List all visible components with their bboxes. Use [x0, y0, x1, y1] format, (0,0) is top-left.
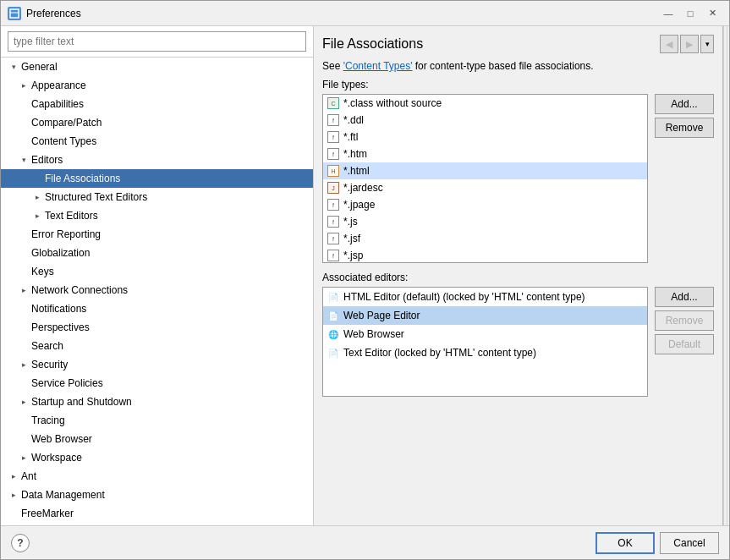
default-editor-button[interactable]: Default	[655, 334, 714, 354]
tree-arrow-general[interactable]	[8, 61, 19, 73]
file-type-item[interactable]: f*.jsf	[323, 230, 647, 247]
file-types-buttons: Add... Remove	[655, 94, 714, 263]
file-type-label: *.htm	[343, 148, 367, 160]
maximize-button[interactable]: □	[680, 5, 700, 22]
editor-item[interactable]: 🌐Web Browser	[323, 325, 647, 343]
bottom-bar: ? OK Cancel	[1, 525, 729, 559]
tree-item-web-browser[interactable]: Web Browser	[1, 430, 313, 448]
tree-label-globalization: Globalization	[31, 247, 90, 259]
nav-back-button[interactable]: ◀	[660, 35, 678, 53]
tree-item-workspace[interactable]: Workspace	[1, 448, 313, 467]
tree-item-data-management[interactable]: Data Management	[1, 486, 313, 504]
tree-item-general[interactable]: General	[1, 58, 313, 76]
editor-item[interactable]: 📄Web Page Editor	[323, 306, 647, 325]
tree-item-network-connections[interactable]: Network Connections	[1, 281, 313, 299]
file-type-item[interactable]: f*.ddl	[323, 112, 647, 129]
file-type-item[interactable]: f*.ftl	[323, 129, 647, 145]
tree-item-ant[interactable]: Ant	[1, 467, 313, 486]
file-type-icon: f	[327, 113, 340, 127]
preferences-dialog: Preferences — □ ✕ GeneralAppearanceCapab…	[0, 0, 730, 560]
ok-button[interactable]: OK	[596, 532, 655, 554]
cancel-button[interactable]: Cancel	[660, 532, 719, 554]
editor-label: HTML Editor (default) (locked by 'HTML' …	[343, 291, 585, 303]
tree-item-globalization[interactable]: Globalization	[1, 244, 313, 262]
tree-arrow-data-management[interactable]	[8, 489, 19, 501]
remove-editor-button[interactable]: Remove	[655, 310, 714, 331]
add-file-type-button[interactable]: Add...	[655, 94, 714, 114]
tree-item-file-associations[interactable]: File Associations	[1, 169, 313, 188]
tree-label-freemarker: FreeMarker	[21, 508, 74, 519]
file-type-item[interactable]: H*.html	[323, 162, 647, 179]
editor-item[interactable]: 📄HTML Editor (default) (locked by 'HTML'…	[323, 288, 647, 306]
file-type-item[interactable]: f*.js	[323, 213, 647, 230]
tree-item-structured-text-editors[interactable]: Structured Text Editors	[1, 188, 313, 206]
file-type-icon: f	[327, 130, 340, 144]
tree-container[interactable]: GeneralAppearanceCapabilitiesCompare/Pat…	[1, 58, 313, 525]
tree-label-appearance: Appearance	[31, 80, 86, 91]
tree-item-freemarker[interactable]: FreeMarker	[1, 504, 313, 523]
tree-label-data-management: Data Management	[21, 489, 105, 501]
nav-dropdown-button[interactable]: ▾	[700, 35, 714, 53]
tree-item-search[interactable]: Search	[1, 337, 313, 355]
tree-item-compare-patch[interactable]: Compare/Patch	[1, 113, 313, 132]
tree-label-security: Security	[31, 359, 68, 371]
nav-forward-button[interactable]: ▶	[680, 35, 699, 53]
tree-arrow-structured-text-editors[interactable]	[31, 191, 43, 203]
content-types-link[interactable]: 'Content Types'	[343, 60, 413, 72]
tree-arrow-text-editors[interactable]	[31, 210, 43, 222]
file-type-icon: f	[327, 249, 340, 262]
file-type-item[interactable]: C*.class without source	[323, 95, 647, 112]
content-types-post: for content-type based file associations…	[412, 60, 593, 72]
file-type-label: *.ftl	[343, 131, 358, 143]
tree-item-service-policies[interactable]: Service Policies	[1, 374, 313, 393]
content-types-line: See 'Content Types' for content-type bas…	[322, 60, 714, 72]
tree-item-perspectives[interactable]: Perspectives	[1, 318, 313, 337]
tree-item-editors[interactable]: Editors	[1, 151, 313, 169]
file-type-label: *.ddl	[343, 114, 364, 126]
tree-item-content-types[interactable]: Content Types	[1, 132, 313, 151]
help-button[interactable]: ?	[11, 534, 30, 552]
tree-label-startup-shutdown: Startup and Shutdown	[31, 396, 132, 408]
file-type-item[interactable]: J*.jardesc	[323, 179, 647, 196]
tree-arrow-workspace[interactable]	[18, 452, 30, 464]
tree-label-editors: Editors	[31, 154, 63, 166]
tree-item-text-editors[interactable]: Text Editors	[1, 206, 313, 225]
tree-arrow-ant[interactable]	[8, 470, 19, 482]
editor-icon: 🌐	[327, 327, 340, 341]
close-button[interactable]: ✕	[702, 5, 722, 22]
tree-label-ant: Ant	[21, 470, 36, 482]
tree-label-network-connections: Network Connections	[31, 284, 128, 296]
tree-arrow-editors[interactable]	[18, 154, 30, 166]
tree-arrow-appearance[interactable]	[18, 80, 30, 91]
add-editor-button[interactable]: Add...	[655, 287, 714, 307]
tree-arrow-startup-shutdown[interactable]	[18, 396, 30, 408]
file-type-icon: f	[327, 232, 340, 245]
tree-item-notifications[interactable]: Notifications	[1, 299, 313, 318]
file-type-item[interactable]: f*.htm	[323, 145, 647, 162]
tree-label-general: General	[21, 61, 58, 73]
file-type-item[interactable]: f*.jpage	[323, 196, 647, 213]
editor-item[interactable]: 📄Text Editor (locked by 'HTML' content t…	[323, 343, 647, 362]
tree-label-workspace: Workspace	[31, 452, 82, 464]
tree-arrow-network-connections[interactable]	[18, 284, 30, 296]
tree-item-keys[interactable]: Keys	[1, 262, 313, 281]
tree-item-tracing[interactable]: Tracing	[1, 411, 313, 430]
file-types-list[interactable]: C*.class without sourcef*.ddlf*.ftlf*.ht…	[322, 94, 648, 263]
remove-file-type-button[interactable]: Remove	[655, 118, 714, 138]
left-panel: GeneralAppearanceCapabilitiesCompare/Pat…	[1, 26, 314, 525]
tree-label-error-reporting: Error Reporting	[31, 228, 101, 240]
minimize-button[interactable]: —	[658, 5, 678, 22]
editor-icon: 📄	[327, 309, 340, 322]
tree-item-error-reporting[interactable]: Error Reporting	[1, 225, 313, 244]
tree-item-capabilities[interactable]: Capabilities	[1, 95, 313, 113]
tree-arrow-security[interactable]	[18, 359, 30, 371]
tree-label-notifications: Notifications	[31, 303, 86, 315]
tree-item-appearance[interactable]: Appearance	[1, 76, 313, 95]
file-type-item[interactable]: f*.jsp	[323, 247, 647, 263]
panel-title: File Associations	[322, 36, 423, 52]
editors-list[interactable]: 📄HTML Editor (default) (locked by 'HTML'…	[322, 287, 648, 397]
tree-item-security[interactable]: Security	[1, 355, 313, 374]
file-type-icon: f	[327, 215, 340, 228]
filter-input[interactable]	[8, 31, 306, 52]
tree-item-startup-shutdown[interactable]: Startup and Shutdown	[1, 393, 313, 411]
